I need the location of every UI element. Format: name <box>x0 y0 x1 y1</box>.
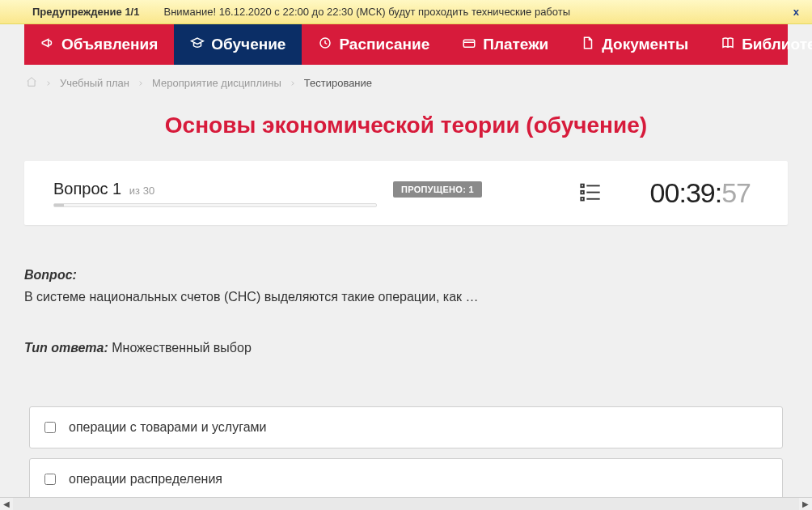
nav-schedule[interactable]: Расписание <box>302 24 446 65</box>
question-list-button[interactable] <box>579 181 602 206</box>
nav-announcements[interactable]: Объявления <box>24 24 174 65</box>
graduation-cap-icon <box>190 36 205 54</box>
answer-text: операции распределения <box>69 472 222 487</box>
main-nav: Объявления Обучение Расписание Платежи Д… <box>24 24 788 65</box>
svg-rect-3 <box>581 190 584 193</box>
answer-option[interactable]: операции распределения <box>29 458 783 497</box>
home-icon[interactable] <box>26 76 37 90</box>
question-counter: Вопрос 1 из 30 <box>53 180 377 198</box>
question-of-prefix: из <box>129 185 140 197</box>
book-icon <box>721 36 735 54</box>
clock-icon <box>318 36 332 54</box>
megaphone-icon <box>40 36 55 54</box>
list-icon <box>579 192 602 206</box>
timer-minutes: 00 <box>650 177 679 208</box>
skipped-badge: ПРОПУЩЕНО: 1 <box>393 181 482 198</box>
breadcrumb: Учебный план Мероприятие дисциплины Тест… <box>0 65 812 98</box>
answer-text: операции с товарами и услугами <box>69 420 267 435</box>
answers-list: операции с товарами и услугами операции … <box>0 406 812 497</box>
question-header: Вопрос 1 из 30 ПРОПУЩЕНО: 1 <box>24 161 788 225</box>
scroll-track[interactable] <box>13 498 799 510</box>
question-number: 1 <box>112 180 121 198</box>
warning-close-button[interactable]: x <box>789 6 804 18</box>
nav-label: Обучение <box>211 36 285 53</box>
nav-library[interactable]: Библиотека <box>704 24 812 65</box>
progress-bar <box>53 203 377 207</box>
breadcrumb-item-plan[interactable]: Учебный план <box>60 77 129 89</box>
breadcrumb-item-testing: Тестирование <box>304 77 372 89</box>
chevron-right-icon <box>290 77 296 89</box>
document-icon <box>581 36 595 54</box>
answer-checkbox[interactable] <box>44 474 56 485</box>
warning-bar: Предупреждение 1/1 Внимание! 16.12.2020 … <box>0 0 812 24</box>
nav-label: Платежи <box>483 36 548 53</box>
svg-rect-1 <box>463 40 475 47</box>
question-word: Вопрос <box>53 180 108 198</box>
nav-label: Объявления <box>61 36 158 53</box>
nav-label: Библиотека <box>742 36 812 53</box>
question-text: В системе национальных счетов (СНС) выде… <box>24 287 788 308</box>
timer-subseconds: 57 <box>721 177 751 208</box>
question-body: Вопрос: В системе национальных счетов (С… <box>0 225 812 358</box>
answer-checkbox[interactable] <box>44 422 56 433</box>
progress-fill <box>54 204 64 206</box>
chevron-right-icon <box>137 77 144 89</box>
nav-learning[interactable]: Обучение <box>174 24 302 65</box>
svg-rect-4 <box>581 198 584 201</box>
scroll-left-arrow[interactable]: ◀ <box>0 498 13 511</box>
nav-label: Документы <box>602 36 688 53</box>
question-total: 30 <box>143 185 154 197</box>
answer-type-label: Тип ответа: <box>24 341 108 355</box>
chevron-right-icon <box>45 77 52 89</box>
answer-type-value: Множественный выбор <box>112 341 252 355</box>
svg-rect-2 <box>581 184 584 187</box>
nav-label: Расписание <box>339 36 429 53</box>
breadcrumb-item-event[interactable]: Мероприятие дисциплины <box>152 77 281 89</box>
nav-documents[interactable]: Документы <box>565 24 704 65</box>
wallet-icon <box>462 36 476 54</box>
timer-seconds: 39 <box>686 177 715 208</box>
timer: 00:39:57 <box>650 177 751 209</box>
answer-option[interactable]: операции с товарами и услугами <box>29 406 783 448</box>
warning-label: Предупреждение 1/1 <box>32 6 139 18</box>
page-title: Основы экономической теории (обучение) <box>0 98 812 161</box>
scroll-right-arrow[interactable]: ▶ <box>799 498 812 511</box>
horizontal-scrollbar[interactable]: ◀ ▶ <box>0 497 812 510</box>
question-label: Вопрос: <box>24 266 788 286</box>
warning-text: Внимание! 16.12.2020 с 22:00 до 22:30 (М… <box>163 6 788 18</box>
nav-payments[interactable]: Платежи <box>446 24 565 65</box>
